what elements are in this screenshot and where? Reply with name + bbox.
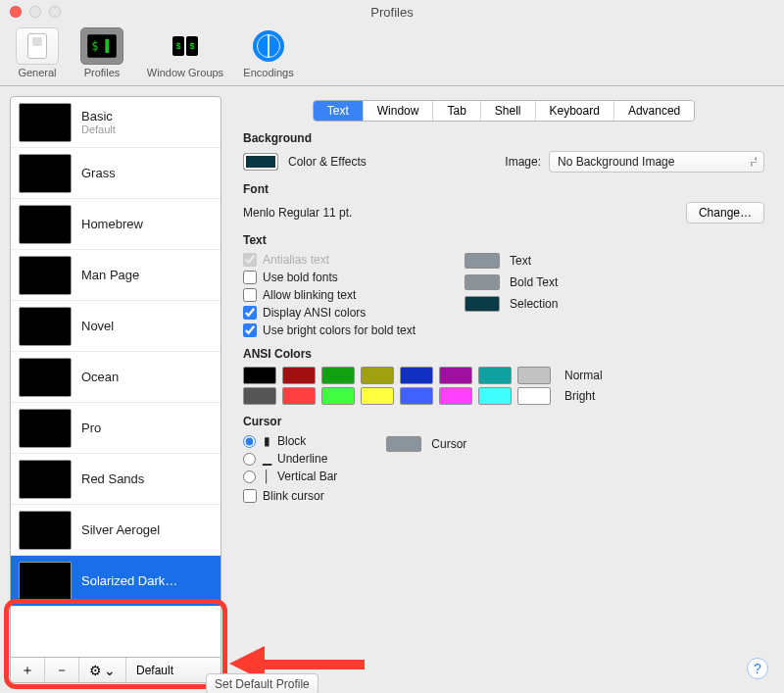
tab-tab[interactable]: Tab	[433, 101, 480, 121]
ansi-color-well[interactable]	[478, 367, 512, 384]
profile-item[interactable]: Ocean	[11, 352, 220, 403]
ansi-color-well[interactable]	[243, 367, 276, 384]
profile-list[interactable]: BasicDefaultGrassHomebrewMan PageNovelOc…	[10, 96, 221, 658]
set-default-profile-button[interactable]: Set Default Profile	[206, 673, 318, 693]
checkbox-label: Display ANSI colors	[263, 306, 366, 320]
radio[interactable]	[243, 470, 256, 483]
tab-advanced[interactable]: Advanced	[614, 101, 694, 121]
text-color-well[interactable]	[465, 253, 500, 269]
chk-blinking[interactable]: Allow blinking text	[243, 288, 416, 302]
ansi-color-well[interactable]	[400, 367, 433, 384]
checkbox[interactable]	[243, 323, 257, 337]
toolbar-item-label: Window Groups	[147, 67, 223, 78]
ansi-color-well[interactable]	[478, 387, 512, 405]
toolbar-item-window-groups[interactable]: $$ Window Groups	[137, 27, 233, 78]
ansi-color-well[interactable]	[321, 387, 355, 405]
ansi-color-well[interactable]	[282, 367, 316, 384]
profile-thumb	[19, 409, 72, 448]
profile-name: Solarized Dark…	[81, 573, 177, 588]
profile-actions-menu[interactable]: ⚙︎ ⌄	[79, 658, 126, 682]
checkbox	[243, 253, 257, 267]
tab-keyboard[interactable]: Keyboard	[536, 101, 614, 121]
cursor-option-block[interactable]: ▮Block	[243, 434, 337, 448]
profile-item[interactable]: Man Page	[11, 250, 220, 301]
help-button[interactable]: ?	[747, 658, 768, 679]
profile-list-toolbar: ＋ － ⚙︎ ⌄ Default	[10, 658, 221, 683]
selection-color-well[interactable]	[465, 296, 500, 312]
profile-item[interactable]: Silver Aerogel	[11, 505, 220, 556]
profile-thumb	[19, 562, 72, 601]
remove-profile-button[interactable]: －	[45, 658, 79, 682]
font-description: Menlo Regular 11 pt.	[243, 206, 352, 220]
ansi-normal-row: Normal	[243, 367, 764, 384]
ansi-color-well[interactable]	[439, 387, 472, 405]
profile-name: Basic	[81, 109, 116, 124]
toolbar-item-label: Profiles	[84, 67, 121, 78]
checkbox[interactable]	[243, 271, 257, 284]
profile-item[interactable]: Homebrew	[11, 199, 220, 250]
terminal-icon: $ ▌	[87, 34, 117, 58]
radio[interactable]	[243, 435, 256, 448]
ansi-color-well[interactable]	[321, 367, 355, 384]
ansi-color-well[interactable]	[517, 367, 551, 384]
ansi-color-well[interactable]	[282, 387, 316, 405]
change-font-button[interactable]: Change…	[686, 202, 764, 223]
cursor-glyph-icon: ▮	[262, 434, 271, 448]
profile-name: Homebrew	[81, 217, 143, 231]
checkbox[interactable]	[243, 288, 257, 302]
profile-name: Ocean	[81, 370, 119, 384]
ansi-color-well[interactable]	[517, 387, 551, 405]
profile-thumb	[19, 511, 72, 550]
profile-sub: Default	[81, 124, 116, 135]
ansi-bright-row: Bright	[243, 387, 764, 405]
swatch-label: Selection	[510, 297, 558, 311]
profile-item[interactable]: Solarized Dark…	[11, 556, 220, 607]
cursor-option-vbar[interactable]: │Vertical Bar	[243, 470, 337, 483]
add-profile-button[interactable]: ＋	[11, 658, 45, 682]
ansi-color-well[interactable]	[243, 387, 276, 405]
profile-thumb	[19, 460, 72, 499]
profile-name: Silver Aerogel	[81, 522, 160, 537]
ansi-color-well[interactable]	[439, 367, 472, 384]
cursor-color-well[interactable]	[386, 436, 421, 452]
background-color-well[interactable]	[243, 153, 278, 171]
help-icon: ?	[754, 661, 761, 676]
gear-icon: ⚙︎	[89, 663, 102, 678]
chk-bright-bold[interactable]: Use bright colors for bold text	[243, 323, 416, 337]
section-background: Background	[243, 131, 764, 145]
swatch-label: Bold Text	[510, 275, 558, 289]
profile-item[interactable]: Novel	[11, 301, 220, 352]
profile-item[interactable]: Red Sands	[11, 454, 220, 505]
checkbox[interactable]	[243, 489, 257, 503]
chk-blink-cursor[interactable]: Blink cursor	[243, 489, 764, 503]
profile-settings-panel: TextWindowTabShellKeyboardAdvanced Backg…	[233, 96, 774, 683]
radio-label: Underline	[277, 452, 327, 466]
chk-bold[interactable]: Use bold fonts	[243, 271, 416, 284]
toolbar-item-general[interactable]: General	[8, 27, 67, 78]
cursor-option-underline[interactable]: ▁Underline	[243, 452, 337, 466]
tab-window[interactable]: Window	[364, 101, 434, 121]
profile-thumb	[19, 103, 72, 142]
cursor-glyph-icon: │	[262, 470, 271, 483]
checkbox-label: Blink cursor	[263, 489, 324, 503]
profile-item[interactable]: BasicDefault	[11, 97, 220, 148]
bold-text-color-well[interactable]	[465, 274, 500, 290]
toolbar-item-profiles[interactable]: $ ▌ Profiles	[73, 27, 131, 78]
ansi-color-well[interactable]	[400, 387, 433, 405]
checkbox[interactable]	[243, 306, 257, 320]
cursor-glyph-icon: ▁	[262, 452, 271, 466]
background-image-popup[interactable]: No Background Image	[549, 151, 764, 173]
radio[interactable]	[243, 453, 256, 466]
profile-item[interactable]: Pro	[11, 403, 220, 454]
profile-item[interactable]: Grass	[11, 148, 220, 199]
window-title: Profiles	[0, 5, 784, 20]
tab-text[interactable]: Text	[314, 101, 364, 121]
ansi-color-well[interactable]	[361, 367, 394, 384]
profile-name: Red Sands	[81, 471, 144, 486]
chk-ansi[interactable]: Display ANSI colors	[243, 306, 416, 320]
tab-shell[interactable]: Shell	[481, 101, 536, 121]
toolbar-item-encodings[interactable]: Encodings	[239, 27, 298, 78]
ansi-color-well[interactable]	[361, 387, 394, 405]
color-effects-label: Color & Effects	[288, 155, 367, 169]
panel-tabs: TextWindowTabShellKeyboardAdvanced	[313, 100, 696, 122]
